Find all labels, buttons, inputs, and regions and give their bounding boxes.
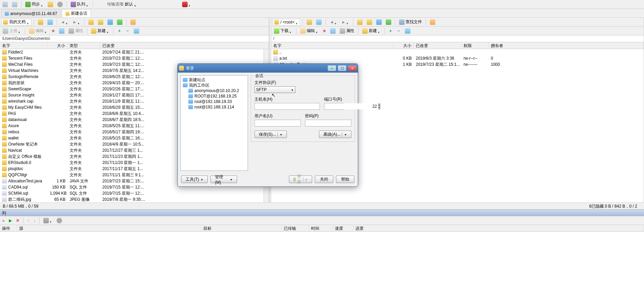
port-spinner[interactable]: ▴▾	[378, 103, 380, 109]
remote-sync-browse-button[interactable]	[428, 19, 437, 26]
minimize-button[interactable]: ─	[328, 65, 336, 71]
tree-site-item[interactable]: anonymous@10.10.20.2	[182, 88, 246, 93]
local-dir-dropdown[interactable]: 我的文档	[1, 19, 31, 26]
tab-new-session[interactable]: 新建会话	[62, 9, 91, 17]
sync-button[interactable]: 同步	[24, 1, 45, 8]
file-row[interactable]: Fiddler2 文件夹 2019/7/24 星期三 21:...	[0, 49, 263, 55]
nav-fwd-button[interactable]	[11, 1, 19, 8]
hdr-size[interactable]: 大小	[48, 42, 68, 49]
queue-down-button[interactable]: ↓	[32, 217, 37, 224]
rename-button[interactable]	[58, 28, 66, 34]
queue-play-button[interactable]: ▶	[8, 217, 13, 224]
qcol-trans[interactable]: 已传输	[282, 225, 309, 231]
qcol-op[interactable]: 操作	[0, 225, 17, 231]
qcol-dst[interactable]: 目标	[201, 225, 282, 231]
local-path[interactable]: \Users\Gaoyu\Documents\	[0, 35, 269, 42]
file-row[interactable]: SCM94.sql 1,094 KB SQL 文件 2019/7/15 星期一 …	[0, 190, 263, 196]
remote-open-button[interactable]	[305, 19, 313, 26]
remote-props-button[interactable]: 属性	[338, 27, 356, 34]
browse-toggle-button[interactable]	[46, 1, 55, 8]
file-row[interactable]: 群二维码.jpg 65 KB JPEG 图像 2019/7/8 星期一 9:35…	[0, 196, 263, 202]
dialog-titlebar[interactable]: 登录 ─ ☐ ✕	[178, 64, 358, 73]
username-input[interactable]	[254, 120, 301, 126]
remote-new-button[interactable]: 新建	[361, 27, 382, 34]
qcol-src[interactable]: 源	[17, 225, 201, 231]
sites-tree[interactable]: 新建站点 我的工作区 anonymous@10.10.20.2ROOT@192.…	[180, 75, 248, 171]
help-button[interactable]: 帮助	[336, 176, 354, 183]
close-dialog-button[interactable]: 关闭	[315, 176, 333, 183]
file-row[interactable]: Tencent Files 文件夹 2019/7/23 星期二 12:...	[0, 55, 263, 61]
minus-button[interactable]: －	[124, 27, 131, 34]
tab-session-1[interactable]: anonymous@10.11.48.67	[1, 9, 61, 17]
manage-button[interactable]: 管理(M)	[210, 176, 237, 183]
local-refresh-button[interactable]	[116, 19, 124, 26]
remote-back-button[interactable]: ◄	[328, 19, 339, 25]
transfer-default-label[interactable]: 默认	[125, 1, 133, 7]
hdr-modified[interactable]: 已改变	[100, 42, 269, 49]
remote-fwd-button[interactable]: ►	[340, 19, 351, 25]
tools-button[interactable]: 工具(T)	[181, 176, 208, 183]
hdr-type[interactable]: 类型	[68, 42, 100, 49]
tree-site-item[interactable]: root@192.168.19.114	[182, 104, 246, 110]
queue-button[interactable]: 队列	[69, 1, 90, 8]
queue-go-button[interactable]: ▸	[1, 217, 6, 224]
queue-up-button[interactable]: ↑	[26, 217, 31, 224]
maximize-button[interactable]: ☐	[338, 65, 346, 71]
remote-delete-button[interactable]: ✕	[321, 28, 327, 34]
password-input[interactable]	[305, 120, 351, 126]
filter2-button[interactable]	[132, 28, 141, 34]
hdr-name[interactable]: 名字	[0, 42, 48, 49]
upload-button[interactable]: 上传	[1, 27, 23, 34]
edit-button[interactable]: 编辑	[28, 27, 49, 34]
props-button[interactable]: 属性	[67, 27, 85, 34]
rhdr-owner[interactable]: 拥有者	[489, 42, 644, 49]
tree-site-item[interactable]: ROOT@192.168.19.25	[182, 93, 246, 99]
local-back-button[interactable]: ◄	[59, 19, 70, 25]
tree-workspace[interactable]: 我的工作区	[182, 82, 246, 88]
remote-dir-dropdown[interactable]: / <root>	[273, 19, 300, 26]
file-row[interactable]: a.txt 0 KB 2019/8/3 星期六 3:36 rw-r--r-- 0	[271, 55, 644, 61]
file-row[interactable]: ..	[271, 49, 644, 55]
local-sync-browse-button[interactable]	[129, 19, 137, 26]
remote-plus-button[interactable]: ＋	[387, 27, 394, 34]
nav-back-button[interactable]	[1, 1, 9, 8]
remote-refresh-button[interactable]	[384, 19, 393, 26]
remote-root-button[interactable]	[365, 19, 374, 26]
advanced-button[interactable]: 高级(A)...	[319, 131, 351, 138]
local-fwd-button[interactable]: ►	[71, 19, 82, 25]
download-button[interactable]: 下载	[273, 27, 294, 34]
protocol-select[interactable]: SFTP	[254, 86, 295, 93]
local-root-button[interactable]	[97, 19, 105, 26]
rhdr-name[interactable]: 名字	[271, 42, 393, 49]
host-input[interactable]	[254, 103, 320, 110]
plus-button[interactable]: ＋	[116, 27, 123, 34]
close-button[interactable]: ✕	[348, 65, 356, 71]
rhdr-modified[interactable]: 已改变	[414, 42, 462, 49]
remote-edit-button[interactable]: 编辑	[299, 27, 320, 34]
local-home-button[interactable]	[106, 19, 114, 26]
port-input[interactable]	[324, 103, 378, 109]
local-open-button[interactable]	[36, 19, 45, 26]
remote-rename-button[interactable]	[329, 28, 337, 34]
qcol-prog[interactable]: 进度	[353, 225, 644, 231]
tree-site-item[interactable]: root@192.168.19.33	[182, 99, 246, 104]
delete-button[interactable]: ✕	[50, 28, 56, 34]
login-button[interactable]: 登录	[289, 176, 312, 183]
settings-button[interactable]	[56, 1, 64, 8]
tree-new-site[interactable]: 新建站点	[182, 77, 246, 82]
remote-path[interactable]: /	[271, 35, 644, 42]
qcol-speed[interactable]: 速度	[333, 225, 353, 231]
local-up-button[interactable]	[87, 19, 95, 26]
queue-link-button[interactable]	[42, 217, 54, 224]
remote-filter-button[interactable]	[315, 19, 323, 26]
local-filter-button[interactable]	[46, 19, 54, 26]
rhdr-size[interactable]: 大小	[393, 42, 414, 49]
session-color-button[interactable]	[181, 1, 193, 8]
remote-home-button[interactable]	[375, 19, 383, 26]
qcol-time[interactable]: 时间	[309, 225, 333, 231]
remote-up-button[interactable]	[356, 19, 364, 26]
queue-cancel-button[interactable]: ✕	[15, 217, 21, 224]
new-button[interactable]: 新建	[90, 27, 111, 34]
find-button[interactable]: 查找文件	[398, 18, 423, 26]
remote-filter2-button[interactable]	[404, 28, 412, 34]
